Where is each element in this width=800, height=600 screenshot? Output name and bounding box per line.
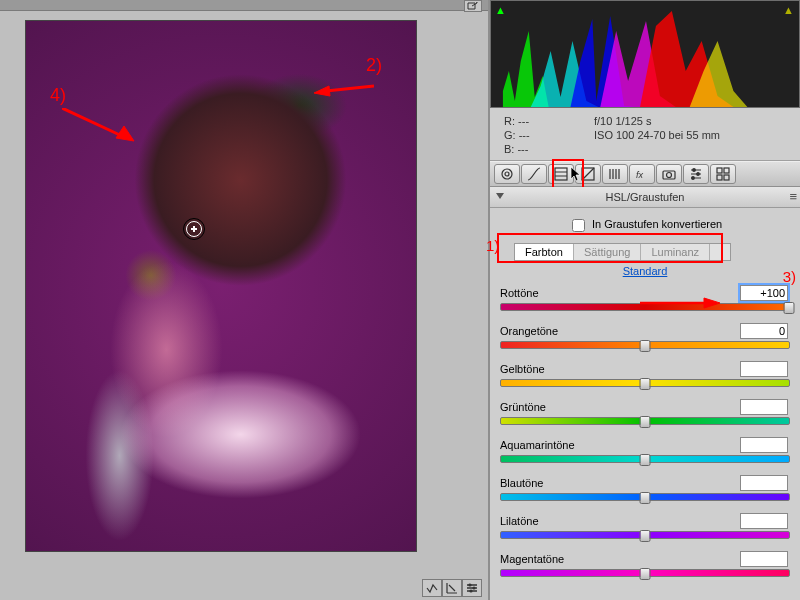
slider-thumb[interactable] [784,302,795,314]
slider-thumb[interactable] [640,492,651,504]
slider-row: Blautöne [500,475,790,501]
annotation-label-2: 2) [366,55,382,76]
slider-row: Gelbtöne [500,361,790,387]
shadow-clip-warning-icon[interactable]: ▲ [495,4,507,16]
readout-b: B: --- [504,142,594,156]
svg-point-5 [473,587,475,589]
detach-panel-button[interactable] [464,0,482,12]
preview-top-strip [0,0,488,11]
svg-line-0 [326,86,374,91]
slider-row: Magentatöne [500,551,790,577]
slider-label: Gelbtöne [500,363,545,375]
presets-icon[interactable] [683,164,709,184]
slider-label: Magentatöne [500,553,564,565]
svg-point-8 [505,172,509,176]
camera-calibration-icon[interactable] [656,164,682,184]
slider-track[interactable] [500,341,790,349]
slider-row: Lilatöne [500,513,790,539]
svg-point-7 [502,169,512,179]
effects-icon[interactable]: fx [629,164,655,184]
curves-icon[interactable] [442,579,462,597]
sliders-icon[interactable] [462,579,482,597]
hsl-tabs: Farbton Sättigung Luminanz [514,243,731,261]
annotation-label-4: 4) [50,85,66,106]
svg-point-16 [692,177,695,180]
grayscale-label: In Graustufen konvertieren [592,218,722,230]
slider-thumb[interactable] [640,340,651,352]
develop-panel: ▲ ▲ R: --- G: --- B: --- f/10 1/125 s IS… [490,0,800,600]
split-toning-icon[interactable] [575,164,601,184]
tab-luminance[interactable]: Luminanz [641,244,710,260]
svg-point-6 [470,590,472,592]
slider-thumb[interactable] [640,530,651,542]
svg-rect-18 [724,168,729,173]
slider-value-input[interactable] [740,323,788,339]
slider-thumb[interactable] [640,454,651,466]
svg-marker-1 [314,86,330,96]
slider-row: Aquamarintöne [500,437,790,463]
slider-thumb[interactable] [640,378,651,390]
slider-track[interactable] [500,569,790,577]
svg-text:fx: fx [636,170,644,180]
hsl-panel-title: HSL/Graustufen [606,191,685,203]
tab-hue[interactable]: Farbton [515,244,574,260]
image-preview-pane: 2) 4) [0,0,490,600]
slider-value-input[interactable] [740,437,788,453]
svg-point-13 [667,173,672,178]
snapshots-icon[interactable] [710,164,736,184]
slider-label: Blautöne [500,477,543,489]
slider-row: Orangetöne [500,323,790,349]
slider-track[interactable] [500,455,790,463]
svg-point-14 [693,169,696,172]
slider-value-input[interactable] [740,551,788,567]
preview-bottom-toolbar [422,579,482,597]
hue-sliders-group: RottöneOrangetöneGelbtöneGrüntöneAquamar… [500,285,790,577]
svg-point-4 [469,584,471,586]
slider-label: Aquamarintöne [500,439,575,451]
iso-lens-info: ISO 100 24-70 bei 55 mm [594,128,720,142]
svg-rect-20 [724,175,729,180]
detail-icon[interactable] [602,164,628,184]
readout-g: G: --- [504,128,594,142]
lens-correction-icon[interactable] [494,164,520,184]
adjust-toolstrip: fx [490,161,800,187]
grayscale-checkbox[interactable] [572,219,585,232]
svg-marker-3 [116,126,134,141]
slider-thumb[interactable] [640,568,651,580]
slider-label: Lilatöne [500,515,539,527]
standard-link[interactable]: Standard [623,265,668,277]
tab-saturation[interactable]: Sättigung [574,244,641,260]
slider-value-input[interactable] [740,361,788,377]
histogram[interactable]: ▲ ▲ [490,0,800,108]
slider-track[interactable] [500,417,790,425]
hsl-panel-header[interactable]: HSL/Graustufen ≡ [490,187,800,208]
svg-rect-17 [717,168,722,173]
slider-track[interactable] [500,379,790,387]
readout-r: R: --- [504,114,594,128]
slider-value-input[interactable] [740,285,788,301]
slider-row: Grüntöne [500,399,790,425]
panel-menu-icon[interactable]: ≡ [789,189,796,204]
slider-value-input[interactable] [740,475,788,491]
slider-track[interactable] [500,531,790,539]
slider-value-input[interactable] [740,399,788,415]
svg-rect-9 [555,168,567,180]
hsl-grayscale-icon[interactable] [548,164,574,184]
exposure-info: f/10 1/125 s [594,114,720,128]
annotation-arrow-3 [640,296,720,310]
image-info-readout: R: --- G: --- B: --- f/10 1/125 s ISO 10… [490,108,800,160]
slider-track[interactable] [500,493,790,501]
chevron-down-icon [496,193,504,199]
annotation-label-3: 3) [783,268,796,285]
photo-content [26,21,416,551]
preview-image[interactable] [25,20,417,552]
slider-label: Grüntöne [500,401,546,413]
annotation-label-1: 1) [486,237,499,254]
tone-curve-icon[interactable] [521,164,547,184]
slider-value-input[interactable] [740,513,788,529]
levels-icon[interactable] [422,579,442,597]
slider-label: Rottöne [500,287,539,299]
highlight-clip-warning-icon[interactable]: ▲ [783,4,795,16]
slider-thumb[interactable] [640,416,651,428]
svg-rect-19 [717,175,722,180]
